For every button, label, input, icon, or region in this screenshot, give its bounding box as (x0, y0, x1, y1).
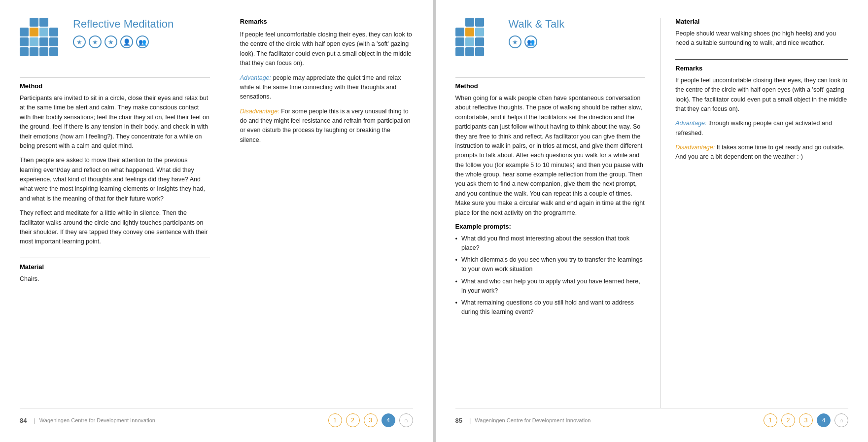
bullet-list: What did you find most interesting about… (455, 234, 646, 320)
page-header-right: Walk & Talk ★ 👥 (455, 18, 646, 62)
remarks-title-left: Remarks (240, 18, 413, 25)
col-right-p1: Remarks If people feel uncomfortable clo… (225, 18, 413, 408)
remarks-text-right: If people feel uncomfortable closing the… (675, 76, 848, 114)
advantage-left: Advantage: people may appreciate the qui… (240, 73, 413, 102)
title-block-right: Walk & Talk ★ 👥 (509, 18, 565, 48)
footer-info-left: 84 | Wageningen Centre for Development I… (20, 417, 155, 424)
bullet-item-4: What remaining questions do you still ho… (455, 298, 646, 317)
page-title-right: Walk & Talk (509, 18, 565, 31)
method-title-right: Method (455, 82, 646, 90)
material-text-left: Chairs. (20, 274, 210, 284)
remarks-text-left: If people feel uncomfortable closing the… (240, 30, 413, 68)
nav-2-right[interactable]: 2 (781, 413, 795, 427)
method-text2-left: Then people are asked to move their atte… (20, 156, 210, 204)
material-text-right: People should wear walking shoes (no hig… (675, 29, 848, 48)
icon-group: 👥 (136, 35, 149, 48)
footer-info-right: 85 | Wageningen Centre for Development I… (455, 417, 591, 424)
spread: Reflective Meditation ★ ★ ★ 👤 👥 Method P… (0, 0, 868, 442)
nav-home-left[interactable]: ⌂ (399, 413, 413, 427)
bullet-item-3: What and who can help you to apply what … (455, 277, 646, 296)
footer-org-left: Wageningen Centre for Development Innova… (39, 417, 155, 423)
nav-4-right[interactable]: 4 (817, 413, 831, 427)
footer-left: 84 | Wageningen Centre for Development I… (20, 408, 413, 427)
advantage-label-left: Advantage: (240, 74, 271, 81)
material-title-left: Material (20, 263, 210, 271)
nav-2-left[interactable]: 2 (346, 413, 360, 427)
bullet-item-2: Which dilemma's do you see when you try … (455, 255, 646, 274)
advantage-label-right: Advantage: (675, 120, 706, 127)
material-title-right: Material (675, 18, 848, 25)
footer-org-right: Wageningen Centre for Development Innova… (475, 417, 590, 423)
remarks-title-right: Remarks (675, 65, 848, 72)
icon-star1: ★ (73, 35, 86, 48)
nav-1-left[interactable]: 1 (328, 413, 342, 427)
icon-group-r: 👥 (524, 35, 537, 48)
page-number-left: 84 (20, 417, 27, 424)
nav-1-right[interactable]: 1 (764, 413, 777, 427)
nav-home-right[interactable]: ⌂ (834, 413, 848, 427)
page-header-left: Reflective Meditation ★ ★ ★ 👤 👥 (20, 18, 210, 62)
icons-row-right: ★ 👥 (509, 35, 565, 48)
icon-person: 👤 (120, 35, 133, 48)
disadvantage-right: Disadvantage: It takes some time to get … (675, 143, 848, 162)
divider-method-right (455, 77, 646, 77)
nav-3-right[interactable]: 3 (799, 413, 813, 427)
footer-nav-left: 1 2 3 4 ⌂ (328, 413, 413, 427)
divider-material-left (20, 258, 210, 258)
disadvantage-label-left: Disadvantage: (240, 108, 279, 115)
icon-star-r1: ★ (509, 35, 521, 48)
divider-method (20, 77, 210, 77)
divider-remarks-right (675, 59, 848, 60)
logo-left (20, 18, 64, 62)
icons-row-left: ★ ★ ★ 👤 👥 (73, 35, 174, 48)
icon-star3: ★ (104, 35, 117, 48)
page-right: Walk & Talk ★ 👥 Method When going for a … (436, 0, 868, 442)
example-prompts-title: Example prompts: (455, 223, 646, 230)
col-left-p2: Walk & Talk ★ 👥 Method When going for a … (455, 18, 646, 408)
advantage-right: Advantage: through walking people can ge… (675, 119, 848, 138)
title-block-left: Reflective Meditation ★ ★ ★ 👤 👥 (73, 18, 174, 48)
logo-right (455, 18, 500, 62)
footer-right: 85 | Wageningen Centre for Development I… (455, 408, 849, 427)
disadvantage-label-right: Disadvantage: (675, 144, 715, 151)
nav-3-left[interactable]: 3 (364, 413, 378, 427)
method-text3-left: They reflect and meditate for a little w… (20, 208, 210, 247)
nav-4-left[interactable]: 4 (382, 413, 395, 427)
col-left-p1: Reflective Meditation ★ ★ ★ 👤 👥 Method P… (20, 18, 210, 408)
col-right-p2: Material People should wear walking shoe… (660, 18, 848, 408)
page-left: Reflective Meditation ★ ★ ★ 👤 👥 Method P… (0, 0, 433, 442)
footer-nav-right: 1 2 3 4 ⌂ (764, 413, 848, 427)
bullet-item-1: What did you find most interesting about… (455, 234, 646, 253)
icon-star2: ★ (89, 35, 102, 48)
method-text1-left: Participants are invited to sit in a cir… (20, 94, 210, 151)
page-title-left: Reflective Meditation (73, 18, 174, 31)
page-number-right: 85 (455, 417, 462, 424)
disadvantage-left: Disadvantage: For some people this is a … (240, 107, 413, 145)
method-title-left: Method (20, 82, 210, 90)
method-text-right: When going for a walk people often have … (455, 94, 646, 218)
